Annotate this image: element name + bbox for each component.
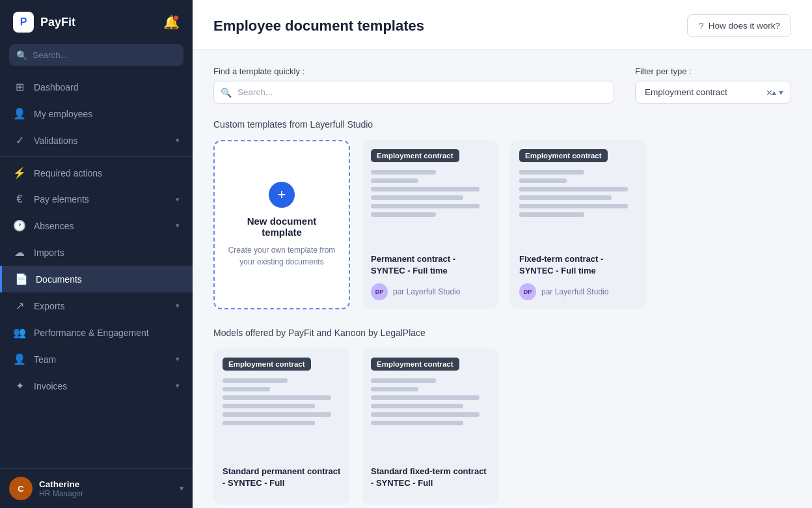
avatar: C bbox=[9, 477, 33, 500]
card-preview-lines bbox=[213, 371, 350, 459]
card-title: Standard fixed-term contract - SYNTEC - … bbox=[371, 466, 489, 489]
payfit-section: Models offered by PayFit and Kanoon by L… bbox=[213, 328, 791, 505]
logo-area: P PayFit bbox=[13, 12, 75, 33]
preview-line bbox=[519, 204, 628, 208]
notification-dot bbox=[173, 15, 179, 21]
sidebar-item-label: Pay elements bbox=[34, 194, 89, 205]
sidebar-item-label: Validations bbox=[34, 135, 77, 146]
card-footer: Permanent contract - SYNTEC - Full time … bbox=[362, 247, 498, 309]
notifications-button[interactable]: 🔔 bbox=[163, 14, 180, 30]
sidebar-item-label: Dashboard bbox=[34, 82, 79, 92]
contract-type-badge: Employment contract bbox=[519, 149, 608, 162]
sidebar-item-label: Performance & Engagement bbox=[34, 328, 149, 338]
template-card[interactable]: Employment contract Permanent contract -… bbox=[362, 140, 498, 309]
plus-icon: + bbox=[269, 182, 295, 208]
chevron-down-icon: ▾ bbox=[176, 136, 180, 145]
card-title: Standard permanent contract - SYNTEC - F… bbox=[223, 466, 341, 489]
preview-line bbox=[371, 412, 480, 417]
employees-icon: 👤 bbox=[13, 107, 26, 120]
card-title: Permanent contract - SYNTEC - Full time bbox=[371, 253, 489, 277]
preview-line bbox=[371, 404, 463, 408]
sidebar-item-invoices[interactable]: ✦ Invoices ▾ bbox=[0, 373, 193, 399]
contract-type-badge: Employment contract bbox=[371, 149, 459, 162]
sidebar-item-absences[interactable]: 🕐 Absences ▾ bbox=[0, 212, 193, 239]
sidebar-search-input[interactable] bbox=[9, 44, 183, 66]
sidebar-item-label: Invoices bbox=[34, 381, 67, 391]
required-actions-icon: ⚡ bbox=[13, 167, 26, 179]
main-body: Find a template quickly : 🔍 Filter per t… bbox=[193, 49, 812, 508]
sidebar-item-validations[interactable]: ✓ Validations ▾ bbox=[0, 127, 193, 154]
card-preview-lines bbox=[362, 162, 498, 247]
author-avatar: DP bbox=[519, 283, 536, 300]
sidebar-header: P PayFit 🔔 bbox=[0, 0, 193, 44]
author-name: par Layerfull Studio bbox=[393, 287, 460, 296]
help-button[interactable]: ? How does it work? bbox=[687, 14, 791, 37]
custom-section: Custom templates from Layerfull Studio +… bbox=[213, 119, 791, 309]
sidebar-item-label: Documents bbox=[36, 274, 82, 285]
preview-line bbox=[371, 178, 418, 183]
preview-line bbox=[223, 412, 331, 417]
card-footer: Standard permanent contract - SYNTEC - F… bbox=[213, 459, 350, 505]
sidebar-item-documents[interactable]: 📄 Documents bbox=[0, 266, 193, 292]
payfit-cards-grid: Employment contract Standard permanent c… bbox=[213, 348, 791, 505]
card-footer: Fixed-term contract - SYNTEC - Full time… bbox=[510, 247, 647, 309]
sidebar-item-pay-elements[interactable]: € Pay elements ▾ bbox=[0, 186, 193, 212]
chevron-down-icon: ▾ bbox=[176, 355, 180, 363]
chevron-down-icon: ▾ bbox=[176, 382, 180, 390]
sidebar: P PayFit 🔔 🔍 ⊞ Dashboard 👤 My employees bbox=[0, 0, 193, 508]
main-content: Employee document templates ? How does i… bbox=[193, 0, 812, 508]
template-card[interactable]: Employment contract Standard fixed-term … bbox=[362, 348, 498, 505]
sidebar-item-label: Required actions bbox=[34, 168, 102, 178]
dashboard-icon: ⊞ bbox=[13, 81, 26, 93]
user-menu-chevron: ▾ bbox=[180, 484, 183, 493]
filters-row: Find a template quickly : 🔍 Filter per t… bbox=[213, 66, 791, 104]
type-filter-group: Filter per type : Employment contract Ad… bbox=[635, 66, 791, 104]
validations-icon: ✓ bbox=[13, 134, 26, 147]
chevron-down-icon: ▾ bbox=[176, 195, 180, 204]
sidebar-item-label: Team bbox=[34, 354, 56, 365]
payfit-section-title: Models offered by PayFit and Kanoon by L… bbox=[213, 328, 791, 338]
search-icon: 🔍 bbox=[16, 50, 27, 61]
custom-cards-grid: + New document template Create your own … bbox=[213, 140, 791, 309]
preview-line bbox=[371, 212, 436, 217]
sidebar-item-team[interactable]: 👤 Team ▾ bbox=[0, 346, 193, 373]
performance-icon: 👥 bbox=[13, 326, 26, 339]
author-avatar: DP bbox=[371, 283, 388, 300]
new-document-card[interactable]: + New document template Create your own … bbox=[213, 140, 350, 309]
template-search-input[interactable] bbox=[213, 81, 614, 104]
payfit-logo-icon: P bbox=[13, 12, 34, 33]
preview-line bbox=[519, 212, 584, 217]
card-title: Fixed-term contract - SYNTEC - Full time bbox=[519, 253, 638, 277]
invoices-icon: ✦ bbox=[13, 380, 26, 392]
card-author: DP par Layerfull Studio bbox=[519, 283, 638, 300]
sidebar-item-my-employees[interactable]: 👤 My employees bbox=[0, 100, 193, 127]
card-preview-lines bbox=[362, 371, 498, 459]
template-card[interactable]: Employment contract Fixed-term contract … bbox=[510, 140, 647, 309]
sidebar-item-dashboard[interactable]: ⊞ Dashboard bbox=[0, 74, 193, 100]
preview-line bbox=[371, 387, 418, 391]
sidebar-item-performance-engagement[interactable]: 👥 Performance & Engagement bbox=[0, 319, 193, 346]
user-role: HR Manager bbox=[39, 489, 83, 498]
sidebar-item-imports[interactable]: ☁ Imports bbox=[0, 239, 193, 266]
preview-line bbox=[223, 421, 315, 425]
page-header: Employee document templates ? How does i… bbox=[193, 0, 812, 49]
sidebar-item-label: My employees bbox=[34, 109, 92, 119]
new-doc-description: Create your own template from your exist… bbox=[228, 244, 336, 268]
sidebar-item-required-actions[interactable]: ⚡ Required actions bbox=[0, 160, 193, 186]
pay-elements-icon: € bbox=[13, 193, 26, 205]
sidebar-item-exports[interactable]: ↗ Exports ▾ bbox=[0, 292, 193, 319]
search-icon: 🔍 bbox=[221, 87, 232, 98]
preview-line bbox=[371, 204, 480, 208]
card-footer: Standard fixed-term contract - SYNTEC - … bbox=[362, 459, 498, 505]
nav-divider bbox=[0, 156, 193, 157]
card-preview-lines bbox=[510, 162, 647, 247]
select-clear-button[interactable]: ✕ bbox=[766, 87, 773, 97]
preview-line bbox=[519, 187, 628, 191]
preview-line bbox=[371, 421, 463, 425]
template-card[interactable]: Employment contract Standard permanent c… bbox=[213, 348, 350, 505]
author-name: par Layerfull Studio bbox=[541, 287, 608, 296]
sidebar-item-label: Absences bbox=[34, 221, 74, 231]
search-filter-label: Find a template quickly : bbox=[213, 66, 614, 76]
sidebar-user-area[interactable]: C Catherine HR Manager ▾ bbox=[0, 468, 193, 508]
user-name: Catherine bbox=[39, 479, 83, 489]
